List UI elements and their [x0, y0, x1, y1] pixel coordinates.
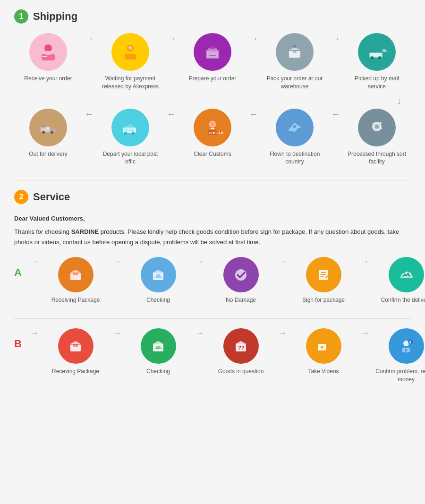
- flown-dest-label: Flown to destination country: [264, 150, 325, 166]
- b-videos-label: Take Videos: [308, 367, 339, 376]
- a-checking-item: Checking: [123, 257, 194, 304]
- arrow3: →: [246, 33, 261, 58]
- svg-rect-7: [125, 54, 136, 60]
- b-checking-icon: [141, 328, 176, 364]
- arrow4: →: [329, 33, 343, 58]
- svg-marker-35: [123, 124, 136, 128]
- svg-marker-22: [382, 49, 387, 52]
- svg-text:??: ??: [238, 345, 245, 350]
- a-sign-label: Sign for package: [302, 296, 345, 304]
- svg-point-46: [373, 123, 374, 124]
- a-sign-icon: [306, 257, 341, 292]
- arrow-r2: ←: [164, 109, 178, 134]
- shipping-section: 1 Shipping Receive your order →: [14, 9, 411, 166]
- svg-rect-28: [42, 125, 45, 128]
- scenario-a-start-arrow: →: [28, 257, 40, 283]
- arrow1: →: [82, 33, 96, 58]
- svg-point-37: [210, 122, 215, 127]
- svg-rect-12: [209, 55, 216, 56]
- receive-order-icon: [29, 33, 67, 71]
- b-question-icon: ??: [223, 328, 259, 364]
- svg-point-41: [293, 125, 296, 128]
- svg-marker-49: [70, 270, 81, 273]
- scenario-b-row: B → Receving Package →: [14, 328, 411, 384]
- a-checking-label: Checking: [146, 296, 170, 304]
- pack-order-label: Pack your order at our warehouse: [264, 75, 325, 91]
- a-confirm-label: Confirm the delivery: [381, 296, 425, 304]
- pickup-mail-label: Picked up by mail service: [346, 75, 408, 91]
- b-receiving-icon: [58, 328, 94, 364]
- processed-sort-icon: [358, 109, 396, 146]
- b-confirm-icon: $ $: [389, 328, 424, 364]
- svg-point-47: [381, 128, 382, 129]
- shipping-title: 1 Shipping: [14, 9, 411, 24]
- depart-post-label: Depart your local post offic: [100, 150, 161, 166]
- svg-marker-53: [153, 270, 163, 273]
- b-checking-label: Checking: [146, 367, 170, 376]
- ship-item-out-delivery: Out for delivery: [14, 109, 82, 158]
- svg-rect-9: [207, 51, 218, 58]
- svg-rect-31: [124, 128, 128, 132]
- out-delivery-icon: [29, 109, 67, 146]
- flown-dest-icon: [276, 109, 314, 146]
- svg-point-21: [378, 56, 381, 59]
- pickup-mail-icon: [358, 33, 396, 71]
- b-videos-item: Take Videos: [288, 328, 359, 376]
- svg-marker-73: [326, 345, 330, 348]
- b-arrow3: →: [276, 328, 288, 355]
- waiting-payment-icon: $: [111, 33, 149, 71]
- svg-rect-29: [46, 128, 49, 129]
- scenario-b-start-arrow: →: [28, 328, 40, 355]
- arrow-r4: ←: [329, 109, 343, 134]
- a-confirm-icon: [389, 257, 424, 292]
- a-arrow3: →: [276, 257, 288, 283]
- svg-rect-32: [129, 128, 134, 132]
- pack-order-icon: [276, 33, 314, 71]
- a-arrow4: →: [359, 257, 371, 283]
- receive-order-label: Receive your order: [24, 75, 72, 83]
- svg-marker-62: [70, 341, 81, 344]
- a-receiving-label: Receiving Package: [51, 296, 100, 304]
- scenario-b-letter: B: [14, 328, 28, 350]
- ship-item-flown-dest: Flown to destination country: [261, 109, 329, 166]
- ship-item-processed-sort: Processed through sort facility: [343, 109, 411, 166]
- ship-item-pickup-mail: Picked up by mail service: [343, 33, 411, 91]
- svg-point-34: [132, 132, 135, 135]
- svg-point-44: [375, 125, 379, 128]
- svg-text:CUSTOMS: CUSTOMS: [209, 131, 223, 135]
- service-body: Thanks for choosing SARDINE products. Pl…: [14, 228, 399, 246]
- svg-point-17: [293, 45, 296, 48]
- b-arrow1: →: [111, 328, 123, 355]
- svg-rect-23: [369, 51, 382, 53]
- b-arrow2: →: [194, 328, 205, 355]
- svg-point-27: [51, 131, 53, 134]
- a-checking-icon: [141, 257, 176, 292]
- ship-item-waiting-payment: $ Waiting for payment released by Aliexp…: [96, 33, 164, 91]
- svg-rect-2: [45, 51, 51, 55]
- b-question-item: ?? Goods in question: [205, 328, 276, 376]
- brand-name: SARDINE: [71, 228, 99, 235]
- clear-customs-icon: CUSTOMS: [194, 109, 231, 146]
- svg-text:$: $: [409, 340, 411, 344]
- ship-item-receive-order: Receive your order: [14, 33, 82, 83]
- svg-rect-16: [289, 50, 300, 51]
- prepare-order-label: Prepare your order: [189, 75, 237, 83]
- svg-point-20: [371, 56, 374, 59]
- section-divider: [14, 180, 411, 180]
- svg-point-45: [380, 122, 382, 124]
- arrow-r1: ←: [82, 109, 96, 134]
- b-confirm-label: Confirm problem, refund money: [371, 367, 425, 384]
- b-confirm-item: $ $ Confirm problem, refund money: [371, 328, 425, 384]
- a-sign-item: Sign for package: [288, 257, 359, 304]
- prepare-order-icon: [194, 33, 231, 71]
- scenario-a-items: Receiving Package → Checking →: [40, 257, 425, 304]
- ship-item-depart-post: Depart your local post offic: [96, 109, 164, 166]
- service-title: 2 Service: [14, 190, 411, 204]
- svg-rect-57: [319, 270, 328, 280]
- a-arrow2: →: [194, 257, 205, 283]
- a-no-damage-icon: [223, 257, 259, 292]
- clear-customs-label: Clear Customs: [194, 150, 231, 158]
- processed-sort-label: Processed through sort facility: [346, 150, 408, 166]
- svg-text:$: $: [129, 47, 131, 51]
- svg-point-33: [124, 132, 127, 135]
